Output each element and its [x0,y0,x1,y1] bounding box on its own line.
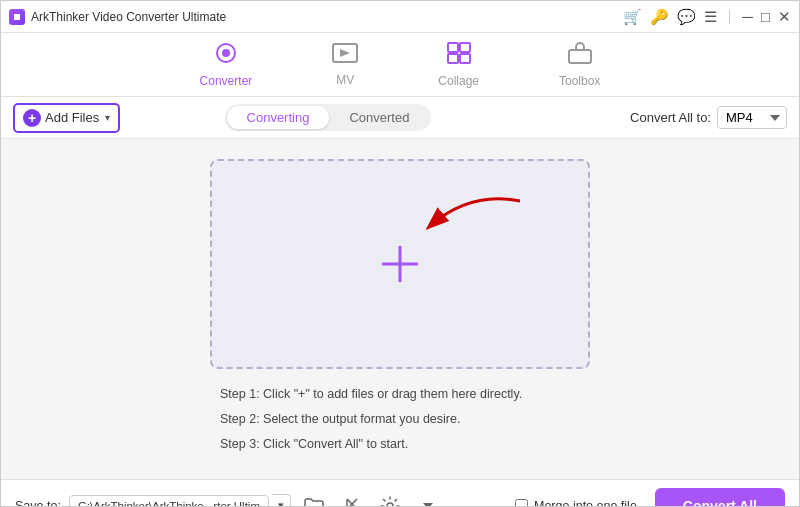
close-button[interactable]: ✕ [778,8,791,26]
nav-item-converter[interactable]: Converter [190,38,263,92]
red-arrow [410,191,530,251]
svg-rect-3 [448,43,458,52]
chat-icon[interactable]: 💬 [677,8,696,26]
tab-converting[interactable]: Converting [227,106,330,129]
cut-icon-button[interactable] [337,491,367,507]
convert-all-to-label: Convert All to: [630,110,711,125]
settings-dropdown-arrow[interactable] [413,491,443,507]
app-title: ArkThinker Video Converter Ultimate [31,10,226,24]
step-3: Step 3: Click "Convert All" to start. [220,435,580,454]
merge-checkbox-label[interactable]: Merge into one file [515,499,637,507]
convert-all-to: Convert All to: MP4 MKV AVI MOV WMV [630,106,787,129]
add-files-dropdown-arrow[interactable]: ▾ [105,112,110,123]
separator [729,10,730,24]
svg-point-1 [222,49,230,57]
steps-area: Step 1: Click "+" to add files or drag t… [210,385,590,459]
merge-checkbox-input[interactable] [515,499,528,507]
toolbar: + Add Files ▾ Converting Converted Conve… [1,97,799,139]
minimize-button[interactable]: ─ [742,8,753,25]
plus-circle-icon: + [23,109,41,127]
arrow-container [410,191,530,255]
nav-label-mv: MV [336,73,354,87]
nav-label-converter: Converter [200,74,253,88]
menu-icon[interactable]: ☰ [704,8,717,26]
convert-all-button[interactable]: Convert All [655,488,785,507]
app-icon [9,9,25,25]
collage-icon [447,42,471,70]
mv-icon [332,43,358,69]
merge-label: Merge into one file [534,499,637,507]
titlebar-icons: 🛒 🔑 💬 ☰ ─ □ ✕ [623,8,791,26]
svg-rect-4 [460,43,470,52]
title-bar: ArkThinker Video Converter Ultimate 🛒 🔑 … [1,1,799,33]
svg-point-14 [387,503,393,507]
save-path-input[interactable] [69,495,269,507]
main-content: Step 1: Click "+" to add files or drag t… [1,139,799,479]
drop-zone[interactable] [210,159,590,369]
add-file-plus[interactable] [382,246,418,282]
save-to-label: Save to: [15,499,61,507]
converter-icon [214,42,238,70]
nav-item-toolbox[interactable]: Toolbox [549,38,610,92]
svg-rect-7 [569,50,591,63]
svg-rect-6 [460,54,470,63]
step-1: Step 1: Click "+" to add files or drag t… [220,385,580,404]
nav-label-toolbox: Toolbox [559,74,600,88]
nav-item-collage[interactable]: Collage [428,38,489,92]
cart-icon[interactable]: 🛒 [623,8,642,26]
tab-group: Converting Converted [225,104,432,131]
title-bar-left: ArkThinker Video Converter Ultimate [9,9,226,25]
toolbox-icon [567,42,593,70]
step-2: Step 2: Select the output format you des… [220,410,580,429]
nav-item-mv[interactable]: MV [322,39,368,91]
add-files-label: Add Files [45,110,99,125]
format-select[interactable]: MP4 MKV AVI MOV WMV [717,106,787,129]
svg-rect-5 [448,54,458,63]
settings-icon-button[interactable] [375,491,405,507]
path-dropdown-button[interactable]: ▾ [272,494,291,507]
tab-converted[interactable]: Converted [329,106,429,129]
maximize-button[interactable]: □ [761,8,770,25]
bottom-bar: Save to: ▾ Merge into one file Convert A… [1,479,799,507]
add-files-button[interactable]: + Add Files ▾ [13,103,120,133]
nav-label-collage: Collage [438,74,479,88]
key-icon[interactable]: 🔑 [650,8,669,26]
nav-bar: Converter MV Collage [1,33,799,97]
folder-icon-button[interactable] [299,491,329,507]
